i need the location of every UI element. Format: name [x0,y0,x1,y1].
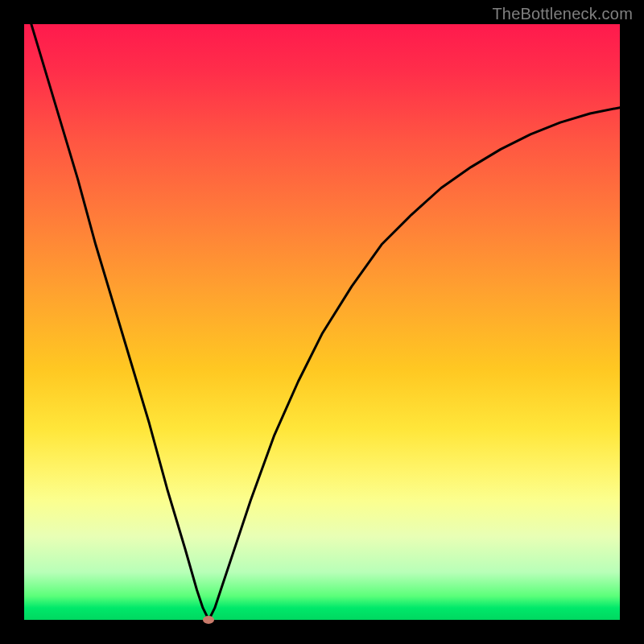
chart-frame: TheBottleneck.com [0,0,644,644]
bottleneck-curve [24,24,620,620]
minimum-dot [203,616,214,624]
plot-area [24,24,620,620]
watermark-text: TheBottleneck.com [492,5,633,23]
